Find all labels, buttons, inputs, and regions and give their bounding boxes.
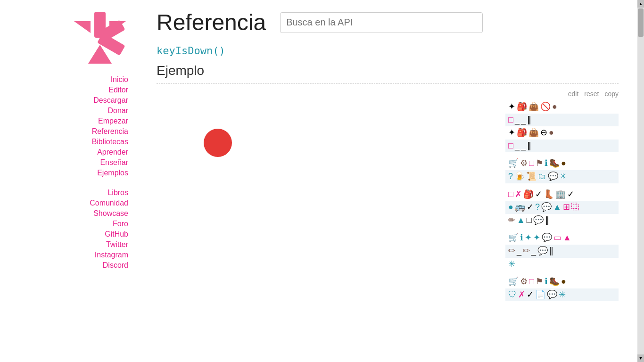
nav-discord[interactable]: Discord	[90, 261, 128, 270]
icon-dash3: _	[515, 141, 520, 151]
nav-showcase[interactable]: Showcase	[90, 209, 128, 218]
sidebar: Inicio Editor Descargar Donar Empezar Re…	[0, 0, 142, 362]
icon-row-3a: □ ✗ 🎒 ✓ 👢 🏢 ✓	[505, 188, 619, 201]
icon-bag2: 👜	[528, 102, 539, 112]
icon-spiky: ✳	[560, 172, 567, 182]
icon-beer: 🍺	[514, 172, 525, 182]
red-circle	[204, 129, 232, 157]
icon-triangle-up: ▲	[553, 202, 561, 213]
icon-boot: 🥾	[549, 158, 560, 169]
icon-cloud: 💬	[548, 172, 558, 182]
scrollbar-thumb[interactable]	[638, 8, 644, 37]
icon-boots: 👢	[544, 189, 554, 200]
nav-donar[interactable]: Donar	[90, 107, 128, 115]
icon-check3: ✓	[527, 202, 534, 213]
icon-row-2a: 🛒 ⚙ □ ⚑ ℹ 🥾 ●	[505, 157, 619, 170]
nav-instagram[interactable]: Instagram	[90, 251, 128, 259]
nav-referencia[interactable]: Referencia	[90, 127, 128, 136]
icon-pen2: ✏	[508, 246, 515, 256]
nav-empezar[interactable]: Empezar	[90, 117, 128, 125]
scrollbar[interactable]: ▲ ▼	[637, 0, 644, 362]
scrollbar-up-arrow[interactable]: ▲	[637, 0, 644, 8]
icon-info2: ℹ	[520, 233, 523, 243]
icon-pause2: ‖	[527, 141, 531, 151]
icon-circle-brown2: ●	[549, 128, 554, 138]
icon-dash4: _	[521, 141, 526, 151]
icon-flag: ⚑	[536, 158, 543, 169]
icon-dash2: _	[521, 115, 526, 125]
nav-foro[interactable]: Foro	[90, 220, 128, 228]
icon-gear2: ⚙	[520, 277, 528, 287]
icon-bag1: 🎒	[517, 102, 527, 112]
icon-group-1: ✦ 🎒 👜 🚫 ● □ _ _ ‖ ✦ 🎒 👜 ⊖ ●	[505, 100, 619, 152]
copy-button[interactable]: copy	[604, 90, 619, 98]
icon-scroll: 📜	[526, 172, 537, 182]
example-canvas: ✦ 🎒 👜 🚫 ● □ _ _ ‖ ✦ 🎒 👜 ⊖ ●	[157, 100, 619, 270]
icon-pages: ⿻	[571, 202, 580, 213]
svg-marker-3	[74, 21, 91, 33]
nav-spacer-1	[90, 179, 128, 189]
icon-row-3b: ● 🚌 ✓ ? 💬 ▲ ⊞ ⿻	[505, 201, 619, 214]
icon-bag4: 👜	[528, 128, 539, 138]
icon-check2: ✓	[567, 189, 574, 200]
icon-row-1b: □ _ _ ‖	[505, 114, 619, 127]
nav-github[interactable]: GitHub	[90, 230, 128, 239]
nav-bibliotecas[interactable]: Bibliotecas	[90, 138, 128, 146]
logo	[72, 9, 128, 66]
icon-sq5: □	[527, 215, 532, 226]
icon-row-4a: 🛒 ℹ ✦ ✦ 💬 ▭ ▲	[505, 231, 619, 245]
icon-minus: ⊖	[540, 128, 547, 138]
edit-button[interactable]: edit	[568, 90, 579, 98]
icon-rect: ▭	[553, 233, 561, 243]
function-name: keyIsDown()	[157, 45, 619, 57]
icon-circle2: ⚙	[520, 158, 528, 169]
icon-pause: ‖	[527, 115, 531, 125]
nav-aprender[interactable]: Aprender	[90, 148, 128, 156]
icon-group-5: 🛒 ⚙ □ ⚑ ℹ 🥾 ● 🛡 ✗ ✓ 📄 💬 ✳	[505, 275, 619, 301]
nav-ejemplos[interactable]: Ejemplos	[90, 169, 128, 177]
icon-grid: ⊞	[563, 202, 570, 213]
icon-boot2: 🥾	[549, 277, 560, 287]
nav-editor[interactable]: Editor	[90, 86, 128, 94]
icon-row-4c: ✳	[505, 258, 619, 271]
icon-row-3c: ✏ ▲ □ 💬 ‖	[505, 214, 619, 227]
icon-flag2: ⚑	[536, 277, 543, 287]
nav-comunidad[interactable]: Comunidad	[90, 199, 128, 207]
icon-square2: □	[508, 141, 513, 151]
reset-button[interactable]: reset	[584, 90, 599, 98]
section-divider	[157, 83, 619, 83]
code-toolbar: edit reset copy	[157, 90, 619, 98]
icon-buildings: 🏢	[555, 189, 566, 200]
icon-tri2: ▲	[517, 215, 525, 226]
page-title: Referencia	[157, 9, 266, 35]
icon-cart3: 🛒	[508, 277, 519, 287]
nav-ensenar[interactable]: Enseñar	[90, 158, 128, 167]
nav-twitter[interactable]: Twitter	[90, 240, 128, 249]
nav-descargar[interactable]: Descargar	[90, 96, 128, 105]
nav-libros[interactable]: Libros	[90, 189, 128, 197]
search-input[interactable]	[280, 12, 483, 33]
icon-square: □	[508, 115, 513, 125]
icon-rows-container: ✦ 🎒 👜 🚫 ● □ _ _ ‖ ✦ 🎒 👜 ⊖ ●	[505, 100, 619, 306]
icon-info3: ℹ	[545, 277, 548, 287]
icon-spiky2: ✳	[508, 259, 515, 270]
icon-arrow: ✦	[533, 233, 540, 243]
icon-no: 🚫	[540, 102, 551, 112]
icon-row-1d: □ _ _ ‖	[505, 140, 619, 153]
icon-dash5: _	[517, 246, 521, 256]
icon-sq4: □	[508, 189, 513, 200]
icon-pause3: ‖	[545, 215, 549, 226]
icon-dash6: _	[531, 246, 536, 256]
icon-msg2: 💬	[537, 246, 548, 256]
scrollbar-down-arrow[interactable]: ▼	[637, 354, 644, 362]
icon-bag3: 🎒	[517, 128, 527, 138]
icon-row-2b: ? 🍺 📜 🗂 💬 ✳	[505, 170, 619, 183]
icon-cart2: 🛒	[508, 233, 519, 243]
icon-dark-circle: ●	[561, 158, 566, 169]
nav-inicio[interactable]: Inicio	[90, 75, 128, 84]
icon-msg: 💬	[533, 215, 544, 226]
icon-spiky3: ✳	[559, 290, 566, 300]
icon-square3: □	[529, 158, 534, 169]
icon-star2: ✦	[508, 128, 515, 138]
icon-question2: ?	[535, 202, 540, 213]
